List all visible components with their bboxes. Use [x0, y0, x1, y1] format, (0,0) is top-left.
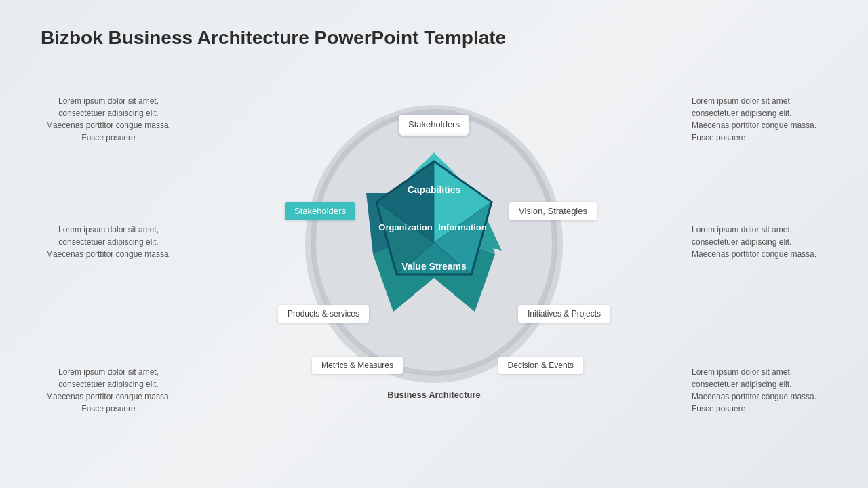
label-metrics-measures: Metrics & Measures	[312, 357, 403, 374]
label-decision-events: Decision & Events	[498, 357, 583, 374]
text-top-right: Lorem ipsum dolor sit amet, consectetuer…	[692, 95, 827, 144]
text-mid-right: Lorem ipsum dolor sit amet, consectetuer…	[692, 224, 827, 260]
text-bot-right: Lorem ipsum dolor sit amet, consectetuer…	[692, 366, 827, 415]
label-business-architecture: Business Architecture	[387, 390, 481, 400]
text-top-left: Lorem ipsum dolor sit amet, consectetuer…	[41, 95, 176, 144]
svg-text:Organization: Organization	[378, 222, 433, 232]
diagram-container: Capabilities Organization Information Va…	[292, 81, 576, 407]
text-mid-left: Lorem ipsum dolor sit amet, consectetuer…	[41, 224, 176, 260]
diagram-svg: Capabilities Organization Information Va…	[292, 88, 576, 400]
label-stakeholders-top: Stakeholders	[399, 115, 469, 134]
svg-text:Value Streams: Value Streams	[401, 261, 467, 272]
text-bot-left: Lorem ipsum dolor sit amet, consectetuer…	[41, 366, 176, 415]
svg-text:Information: Information	[438, 222, 487, 232]
svg-text:Capabilities: Capabilities	[408, 184, 461, 195]
label-initiatives-projects: Initiatives & Projects	[518, 305, 610, 323]
page-title: Bizbok Business Architecture PowerPoint …	[41, 27, 506, 49]
label-vision-strategies: Vision, Strategies	[509, 202, 597, 220]
label-products-services: Products & services	[278, 305, 369, 323]
label-stakeholders-left: Stakeholders	[285, 202, 355, 220]
